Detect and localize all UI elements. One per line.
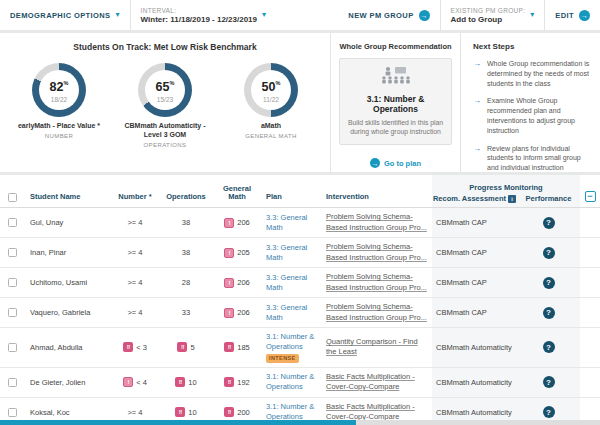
interval-dropdown[interactable]: INTERVAL: Winter: 11/18/2019 - 12/23/201… [130,0,276,30]
cell-student-name: De Gieter, Jolien [26,368,110,397]
risk-icon: !! [177,342,187,352]
donut-domain-label: NUMBER [6,133,112,139]
chevron-down-icon: ▾ [530,11,534,19]
horizontal-scrollbar[interactable] [0,420,600,425]
row-checkbox[interactable] [8,378,17,387]
go-to-plan-link[interactable]: → Go to plan [370,158,421,168]
whole-group-plan: 3.1: Number & Operations [345,94,446,114]
row-checkbox[interactable] [8,308,17,317]
donut-percent: 82 [50,80,64,94]
header-progress-monitoring: Progress Monitoring [432,183,580,192]
whole-group-recommendation: Whole Group Recommendation 3.1: Number &… [330,33,461,172]
header-plan[interactable]: Plan [262,175,322,207]
cell-collapse-spacer [580,238,600,267]
intervention-link[interactable]: Problem Solving Schema-Based Instruction… [326,272,428,292]
intervention-link[interactable]: Quantity Comparison - Find the Least [326,337,428,357]
risk-icon: ! [224,278,234,288]
demographic-options-button[interactable]: DEMOGRAPHIC OPTIONS ▾ [0,0,130,30]
cell-number: >= 4 [110,298,160,327]
donut-assessment-name: CBMmath Automaticity - Level 3 GOM [112,122,218,140]
plan-link[interactable]: 3.3: General Math [266,303,318,323]
select-all-checkbox[interactable] [8,193,17,202]
intervention-link[interactable]: Problem Solving Schema-Based Instruction… [326,242,428,262]
header-intervention[interactable]: Intervention [322,175,432,207]
donut-chart: 50% 11/22 aMath GENERAL MATH [218,63,324,148]
cell-collapse-spacer [580,208,600,237]
header-number[interactable]: Number * [110,175,160,207]
new-pm-group-label: NEW PM GROUP [348,11,413,20]
cell-intervention: Problem Solving Schema-Based Instruction… [322,268,432,297]
collapse-columns-icon[interactable]: − [585,191,596,202]
cell-number: >= 4 [110,208,160,237]
percent-symbol: % [170,80,175,86]
intervention-link[interactable]: Basic Facts Multiplication - Cover-Copy-… [326,372,428,392]
cell-general-math: !!185 [212,328,262,367]
cell-collapse-spacer [580,298,600,327]
performance-help-icon[interactable]: ? [543,307,555,319]
row-checkbox[interactable] [8,218,17,227]
cell-plan: 3.3: General Math [262,268,322,297]
cell-operations: !!5 [160,328,212,367]
header-operations[interactable]: Operations [160,175,212,207]
intervention-link[interactable]: Problem Solving Schema-Based Instruction… [326,212,428,232]
cell-number: !!< 3 [110,328,160,367]
performance-help-icon[interactable]: ? [543,277,555,289]
performance-help-icon[interactable]: ? [543,406,555,418]
cell-collapse-spacer [580,268,600,297]
row-checkbox[interactable] [8,278,17,287]
cell-operations: 28 [160,268,212,297]
row-checkbox[interactable] [8,248,17,257]
percent-symbol: % [64,80,69,86]
plan-link[interactable]: 3.3: General Math [266,273,318,293]
plan-link[interactable]: 3.1: Number & Operations [266,402,318,422]
header-performance[interactable]: Performance [517,194,580,203]
plan-link[interactable]: 3.1: Number & Operations [266,372,318,392]
scrollbar-thumb[interactable] [0,420,356,425]
donut-percent: 50 [262,80,276,94]
header-general-math[interactable]: General Math [212,175,262,207]
existing-pm-group-dropdown[interactable]: EXISTING PM GROUP: Add to Group ▾ [440,0,545,30]
header-recom-assessment[interactable]: Recom. Assessment i [432,194,517,203]
arrow-right-icon: → [473,96,481,135]
demographic-options-label: DEMOGRAPHIC OPTIONS [10,11,111,20]
benchmark-section: Students On Track: Met Low Risk Benchmar… [0,33,330,172]
performance-help-icon[interactable]: ? [543,247,555,259]
plan-link[interactable]: 3.3: General Math [266,213,318,233]
cell-intervention: Problem Solving Schema-Based Instruction… [322,208,432,237]
new-pm-group-button[interactable]: NEW PM GROUP → [338,0,439,30]
header-student-name[interactable]: Student Name [26,175,110,207]
risk-icon: !! [224,377,234,387]
edit-button[interactable]: EDIT → [544,0,600,30]
plan-link[interactable]: 3.1: Number & Operations [266,332,318,352]
performance-help-icon[interactable]: ? [543,217,555,229]
table-row: Uchitomo, Usami >= 4 28 !206 3.3: Genera… [0,268,600,298]
cell-general-math: !!192 [212,368,262,397]
donut-assessment-name: aMath [218,122,324,131]
row-checkbox[interactable] [8,343,17,352]
intervention-link[interactable]: Problem Solving Schema-Based Instruction… [326,302,428,322]
cell-student-name: Ahmad, Abdulla [26,328,110,367]
header-progress-monitoring-group: Progress Monitoring Recom. Assessment i … [432,175,580,207]
cell-operations: 38 [160,208,212,237]
plan-link[interactable]: 3.3: General Math [266,243,318,263]
cell-recom-assessment: CBMmath CAP [432,268,517,297]
performance-help-icon[interactable]: ? [543,376,555,388]
arrow-right-circle-icon: → [419,10,430,21]
next-step-text: Whole Group recommendation is determined… [487,59,590,88]
column-info-icon[interactable]: i [508,195,516,203]
risk-icon: !! [123,342,133,352]
performance-help-icon[interactable]: ? [543,341,555,353]
row-checkbox[interactable] [8,408,17,417]
donut-assessment-name: earlyMath - Place Value * [6,122,112,131]
cell-general-math: !206 [212,268,262,297]
cell-plan: 3.1: Number & Operations [262,368,322,397]
intense-badge: INTENSE [266,354,299,363]
donut-row: 82% 18/22 earlyMath - Place Value * NUMB… [0,63,330,148]
cell-performance: ? [517,268,580,297]
cell-general-math: !205 [212,238,262,267]
next-step-item: → Whole Group recommendation is determin… [473,59,590,88]
donut-domain-label: GENERAL MATH [218,133,324,139]
table-row: Gul, Unay >= 4 38 !206 3.3: General Math… [0,208,600,238]
existing-pm-group-label: EXISTING PM GROUP: [451,7,526,14]
chevron-down-icon: ▾ [116,11,120,19]
